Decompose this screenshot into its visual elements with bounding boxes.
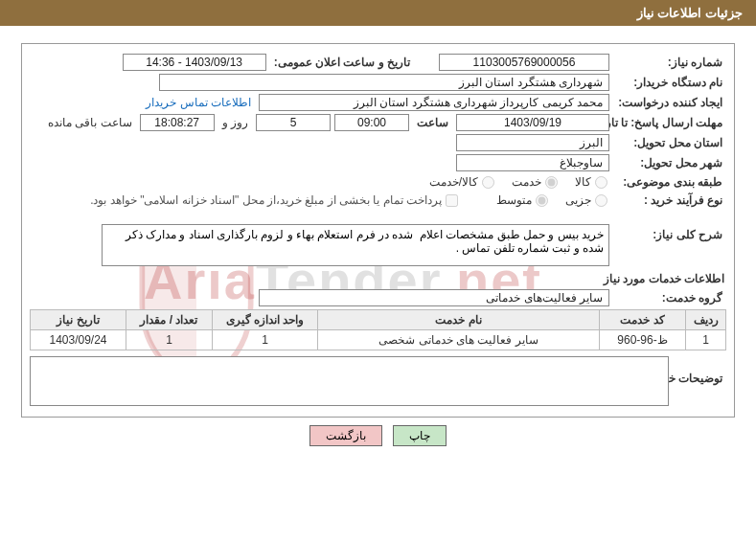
cell-unit: 1: [213, 330, 318, 350]
purchase-type-label: نوع فرآیند خرید :: [613, 192, 726, 208]
radio-partial[interactable]: جزیی: [565, 193, 609, 207]
services-info-title: اطلاعات خدمات مورد نیاز: [32, 272, 724, 285]
category-radio-group: کالا خدمت کالا/خدمت: [416, 175, 609, 189]
cell-qty: 1: [126, 330, 213, 350]
table-header-row: ردیف کد خدمت نام خدمت واحد اندازه گیری ت…: [31, 310, 726, 330]
services-table: ردیف کد خدمت نام خدمت واحد اندازه گیری ت…: [30, 309, 726, 350]
th-qty: تعداد / مقدار: [126, 310, 213, 330]
purchase-type-radio-group: جزیی متوسط: [483, 193, 609, 207]
need-no-label: شماره نیاز:: [613, 55, 726, 70]
service-group-value: سایر فعالیت‌های خدماتی: [259, 289, 609, 306]
page-title: جزئیات اطلاعات نیاز: [637, 6, 743, 20]
category-label: طبقه بندی موضوعی:: [613, 174, 726, 190]
buyer-org-label: نام دستگاه خریدار:: [613, 75, 726, 90]
th-row: ردیف: [686, 310, 726, 330]
print-button[interactable]: چاپ: [393, 425, 447, 446]
requester-value: محمد کریمی کارپرداز شهرداری هشتگرد استان…: [259, 94, 609, 111]
days-remaining: 5: [256, 114, 331, 131]
th-unit: واحد اندازه گیری: [213, 310, 318, 330]
th-code: کد خدمت: [600, 310, 686, 330]
cell-row: 1: [686, 330, 726, 350]
buyer-org-value: شهرداری هشتگرد استان البرز: [159, 74, 609, 91]
need-details-box: شماره نیاز: 1103005769000056 تاریخ و ساع…: [21, 43, 735, 418]
announce-value: 1403/09/13 - 14:36: [123, 54, 266, 71]
radio-service[interactable]: خدمت: [512, 175, 560, 189]
days-and-word: روز و: [218, 115, 252, 130]
time-remaining: 18:08:27: [140, 114, 215, 131]
deadline-date: 1403/09/19: [456, 114, 609, 131]
cell-date: 1403/09/24: [31, 330, 126, 350]
page-title-bar: جزئیات اطلاعات نیاز: [0, 0, 756, 26]
service-group-label: گروه خدمت:: [613, 290, 726, 305]
radio-medium[interactable]: متوسط: [496, 193, 550, 207]
buyer-comment-textarea[interactable]: [30, 356, 669, 406]
announce-label: تاریخ و ساعت اعلان عمومی:: [270, 55, 414, 70]
desc-label: شرح کلی نیاز:: [613, 224, 726, 242]
delivery-province-label: استان محل تحویل:: [613, 135, 726, 150]
cell-name: سایر فعالیت های خدماتی شخصی: [318, 330, 600, 350]
deadline-label: مهلت ارسال پاسخ: تا تاریخ:: [613, 115, 726, 130]
radio-goods[interactable]: کالا: [575, 175, 609, 189]
delivery-province-value: البرز: [456, 134, 609, 151]
desc-textarea[interactable]: [102, 224, 609, 266]
radio-goods-service[interactable]: کالا/خدمت: [429, 175, 496, 189]
deadline-time: 09:00: [334, 114, 409, 131]
delivery-city-value: ساوجبلاغ: [456, 154, 609, 171]
th-date: تاریخ نیاز: [31, 310, 126, 330]
remaining-suffix: ساعت باقی مانده: [44, 115, 136, 130]
requester-label: ایجاد کننده درخواست:: [613, 95, 726, 110]
time-label: ساعت: [413, 115, 452, 130]
need-no-value: 1103005769000056: [439, 54, 609, 71]
cell-code: ظ-96-960: [600, 330, 686, 350]
buyer-comment-label: توضیحات خریدار:: [673, 356, 726, 386]
th-name: نام خدمت: [318, 310, 600, 330]
buyer-contact-link[interactable]: اطلاعات تماس خریدار: [146, 96, 251, 109]
button-row: چاپ بازگشت: [21, 425, 735, 446]
back-button[interactable]: بازگشت: [309, 425, 382, 446]
table-row: 1 ظ-96-960 سایر فعالیت های خدماتی شخصی 1…: [31, 330, 726, 350]
treasury-checkbox[interactable]: پرداخت تمام یا بخشی از مبلغ خرید،از محل …: [90, 193, 460, 207]
delivery-city-label: شهر محل تحویل:: [613, 155, 726, 170]
